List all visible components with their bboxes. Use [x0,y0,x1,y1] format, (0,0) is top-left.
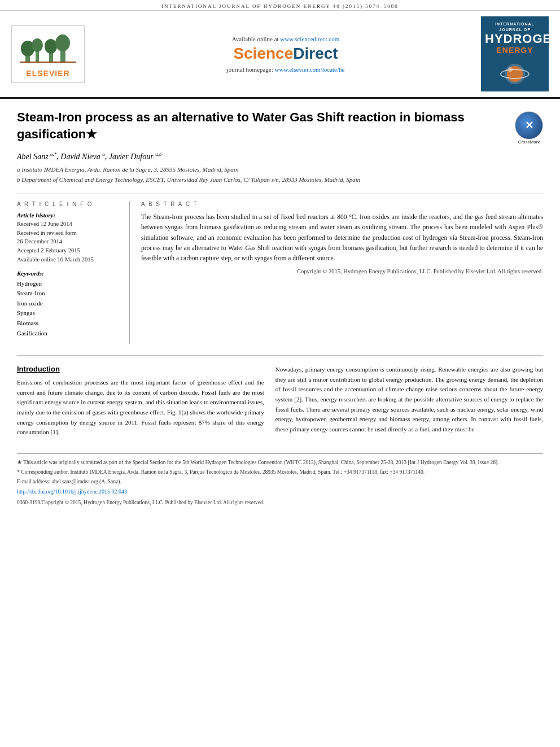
elsevier-tree-icon [20,30,76,64]
abstract-text: The Steam-Iron process has been studied … [141,212,543,264]
elsevier-text: ELSEVIER [16,69,80,78]
article-history-group: Article history: Received 12 June 2014 R… [17,212,120,264]
svg-point-12 [508,67,513,72]
footnote-1: ★ This article was originally submitted … [17,458,543,466]
info-abstract-section: A R T I C L E I N F O Article history: R… [17,194,543,344]
abstract-body: The Steam-Iron process has been studied … [141,212,543,264]
body-col-left: Introduction Emissions of combustion pro… [17,365,264,442]
available-online-text: Available online at www.sciencedirect.co… [96,36,475,42]
author-abel: Abel Sanz a,*, David Nieva a, Javier Duf… [17,152,161,161]
keyword-iron-oxide: Iron oxide [17,299,120,309]
doi-link[interactable]: http://dx.doi.org/10.1016/j.ijhydene.201… [17,488,127,495]
hydrogen-energy-logo: INTERNATIONAL JOURNAL OF HYDROGEN ENERGY [481,16,549,91]
authors: Abel Sanz a,*, David Nieva a, Javier Duf… [17,151,543,161]
body-col-right: Nowadays, primary energy consumption is … [275,365,543,442]
svg-rect-8 [20,62,76,63]
abstract-label: A B S T R A C T [141,201,543,207]
abstract-area: A B S T R A C T The Steam-Iron process h… [141,201,543,344]
footer-copyright: 0360-3199/Copyright © 2015, Hydrogen Ene… [17,500,543,505]
journal-title: INTERNATIONAL JOURNAL OF HYDROGEN ENERGY… [161,3,399,9]
article-info: A R T I C L E I N F O Article history: R… [17,201,130,344]
sciencedirect-url[interactable]: www.sciencedirect.com [280,36,339,42]
crossmark-badge-area: CrossMark [515,111,543,145]
received-revised-date: 26 December 2014 [17,237,120,246]
keyword-biomass: Biomass [17,318,120,329]
intro-paragraph-right: Nowadays, primary energy consumption is … [275,365,543,434]
hydrogen-logo-box: INTERNATIONAL JOURNAL OF HYDROGEN ENERGY [481,16,549,91]
received-date: Received 12 June 2014 [17,220,120,229]
body-text-right: Nowadays, primary energy consumption is … [275,365,543,434]
intro-paragraph-left: Emissions of combustion processes are th… [17,378,264,438]
center-header: Available online at www.sciencedirect.co… [96,36,475,73]
abstract-copyright: Copyright © 2015, Hydrogen Energy Public… [141,268,543,274]
elsevier-logo: ELSEVIER [11,25,90,83]
hydrogen-planet-icon [498,58,532,86]
article-title-area: Steam-Iron process as an alternative to … [17,109,543,145]
article-info-label: A R T I C L E I N F O [17,201,120,207]
keywords-group: Keywords: Hydrogen Steam-Iron Iron oxide… [17,270,120,339]
body-text-left: Emissions of combustion processes are th… [17,378,264,438]
keyword-gasification: Gasification [17,329,120,339]
received-revised-label: Received in revised form [17,229,120,238]
footnote-section: ★ This article was originally submitted … [17,453,543,505]
body-section: Introduction Emissions of combustion pro… [17,355,543,442]
footnote-2: * Corresponding author. Instituto IMDEA … [17,468,543,476]
svg-point-5 [45,39,57,54]
article-history-title: Article history: [17,212,120,219]
affiliations: a Instituto IMDEA Energía, Avda. Ramón d… [17,165,543,185]
svg-point-7 [55,34,70,51]
article-content: Steam-Iron process as an alternative to … [0,99,560,511]
keywords-label: Keywords: [17,270,120,277]
svg-point-3 [32,38,43,52]
footnote-email: E-mail address: abel.sanz@imdea.org (A. … [17,478,543,486]
keyword-steam-iron: Steam-Iron [17,289,120,299]
journal-homepage: journal homepage: www.elsevier.com/locat… [96,66,475,73]
page-wrapper: INTERNATIONAL JOURNAL OF HYDROGEN ENERGY… [0,0,560,511]
sciencedirect-logo: ScienceDirect [96,45,475,63]
affiliation-b: b Department of Chemical and Energy Tech… [17,175,543,185]
crossmark-label: CrossMark [515,139,543,145]
journal-bar: INTERNATIONAL JOURNAL OF HYDROGEN ENERGY… [0,0,560,11]
keyword-syngas: Syngas [17,308,120,318]
available-online-date: Available online 16 March 2015 [17,255,120,264]
article-title: Steam-Iron process as an alternative to … [17,109,506,142]
journal-homepage-url[interactable]: www.elsevier.com/locate/he [275,66,345,73]
crossmark-icon [515,111,543,139]
doi-link-line: http://dx.doi.org/10.1016/j.ijhydene.201… [17,487,543,496]
keyword-hydrogen: Hydrogen [17,279,120,289]
header-section: ELSEVIER Available online at www.science… [0,11,560,99]
elsevier-logo-image: ELSEVIER [11,25,85,83]
accepted-date: Accepted 2 February 2015 [17,246,120,255]
affiliation-a: a Instituto IMDEA Energía, Avda. Ramón d… [17,165,543,174]
introduction-heading: Introduction [17,365,264,373]
